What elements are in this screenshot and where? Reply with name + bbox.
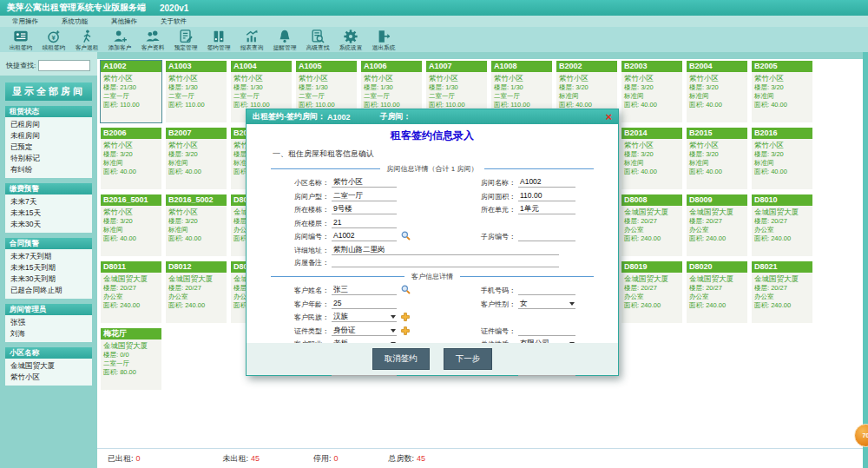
- floor-field[interactable]: 21: [332, 218, 397, 228]
- estate-field[interactable]: 紫竹小区: [332, 177, 397, 188]
- toolbar-button-advanced-search[interactable]: 高级查找: [301, 27, 334, 52]
- dialog-title-bar[interactable]: 出租签约-签约房间： A1002 子房间： ×: [247, 109, 618, 124]
- unit-field[interactable]: 1单元: [518, 204, 575, 214]
- room-card[interactable]: D8009 金城国贸大厦 楼层: 20/27 办公室 面积: 240.00: [687, 194, 747, 256]
- toolbar-button-renew-lease[interactable]: ¥ 续租签约: [37, 27, 70, 52]
- room-card[interactable]: B2003 紫竹小区 楼层: 3/20 标准间 面积: 40.00: [621, 61, 682, 122]
- magnifier-icon[interactable]: [401, 285, 411, 294]
- room-card[interactable]: B2006 紫竹小区 楼层: 3/20 标准间 面积: 40.00: [101, 128, 161, 189]
- room-card[interactable]: D8011 金城国贸大厦 楼层: 20/27 办公室 面积: 240.00: [101, 261, 161, 323]
- sidebar-filter-item[interactable]: 紫竹小区: [5, 372, 92, 383]
- toolbar-button-customer-profile[interactable]: 客户资料: [136, 27, 169, 52]
- show-all-rooms-button[interactable]: 显示全部房间: [5, 82, 92, 101]
- menu-about-software[interactable]: 关于软件: [161, 17, 187, 26]
- toolbar-button-exit-system[interactable]: 退出系统: [367, 27, 400, 52]
- address-field[interactable]: 紫荆山路二里岗: [332, 245, 559, 255]
- room-area: 面积: 40.00: [689, 168, 747, 176]
- room-no-field[interactable]: A1002: [332, 231, 397, 241]
- sidebar-filter-item[interactable]: 未来7天到期: [5, 251, 92, 262]
- toolbar-button-reminder-management[interactable]: 提醒管理: [268, 27, 301, 52]
- section-title: 房间管理员: [5, 304, 92, 315]
- sidebar-filter-item[interactable]: 未来30天到期: [5, 274, 92, 285]
- field-label: 所在楼层：: [281, 219, 329, 228]
- room-card[interactable]: B2016_5001 紫竹小区 楼层: 3/20 标准间 面积: 40.00: [101, 194, 161, 256]
- magnifier-icon[interactable]: [401, 231, 411, 241]
- sidebar-filter-item[interactable]: 未来30天: [5, 219, 92, 230]
- room-type: 二室一厅: [168, 92, 227, 101]
- room-card[interactable]: D8020 金城国贸大厦 楼层: 20/27 办公室 面积: 240.00: [687, 261, 747, 323]
- dropdown-arrow-icon[interactable]: [391, 329, 396, 333]
- id-no-field[interactable]: [518, 326, 575, 336]
- room-card[interactable]: B2014 紫竹小区 楼层: 3/20 标准间 面积: 40.00: [621, 128, 682, 189]
- menu-common-operations[interactable]: 常用操作: [12, 17, 38, 26]
- layout-field[interactable]: 二室一厅: [332, 191, 397, 201]
- sidebar-filter-item[interactable]: 张强: [5, 317, 92, 328]
- field-label: 房间户型：: [281, 192, 329, 201]
- toolbar-button-contract-management[interactable]: 签约管理: [202, 27, 235, 52]
- sidebar-filter-item[interactable]: 已预定: [5, 142, 92, 153]
- sidebar-filter-item[interactable]: 刘海: [5, 328, 92, 339]
- room-card[interactable]: D8008 金城国贸大厦 楼层: 20/27 办公室 面积: 240.00: [621, 194, 682, 256]
- sidebar-filter-item[interactable]: 未租房间: [5, 130, 92, 142]
- toolbar-button-system-settings[interactable]: 系统设置: [334, 27, 367, 52]
- toolbar-button-add-customer[interactable]: 添加客户: [103, 27, 136, 52]
- remark-field[interactable]: [332, 258, 559, 267]
- room-card[interactable]: B2016 紫竹小区 楼层: 3/20 标准间 面积: 40.00: [752, 128, 812, 189]
- room-card[interactable]: D8010 金城国贸大厦 楼层: 20/27 办公室 面积: 240.00: [752, 194, 812, 256]
- title-bar: 美萍公寓出租管理系统专业版服务端 2020v1: [0, 0, 868, 16]
- area-field[interactable]: 110.00: [518, 191, 575, 201]
- next-step-button[interactable]: 下一步: [444, 348, 493, 370]
- id-type-select[interactable]: 身份证: [332, 326, 397, 336]
- room-estate: 紫竹小区: [168, 141, 227, 150]
- room-type: 标准间: [754, 159, 812, 168]
- sidebar-filter-item[interactable]: 未来15天: [5, 208, 92, 219]
- building-field[interactable]: 9号楼: [332, 204, 397, 214]
- age-field[interactable]: 25: [332, 299, 397, 309]
- toolbar-button-reservation-management[interactable]: 预定管理: [169, 27, 202, 52]
- cancel-sign-button[interactable]: 取消签约: [372, 348, 430, 370]
- sidebar-filter-item[interactable]: 已租房间: [5, 119, 92, 130]
- room-floor: 楼层: 1/30: [364, 83, 422, 92]
- room-card[interactable]: D8012 金城国贸大厦 楼层: 20/27 办公室 面积: 240.00: [166, 261, 227, 323]
- room-card[interactable]: B2007 紫竹小区 楼层: 3/20 标准间 面积: 40.00: [166, 128, 227, 189]
- room-floor: 楼层: 20/27: [754, 217, 812, 226]
- room-card[interactable]: D8019 金城国贸大厦 楼层: 20/27 办公室 面积: 240.00: [621, 261, 682, 323]
- toolbar-button-lease-sign[interactable]: 出租签约: [4, 27, 37, 52]
- room-card[interactable]: A1003 紫竹小区 楼层: 1/30 二室一厅 面积: 110.00: [166, 61, 227, 122]
- plus-icon[interactable]: [401, 326, 410, 335]
- room-card[interactable]: B2016_5002 紫竹小区 楼层: 3/20 标准间 面积: 40.00: [166, 194, 227, 256]
- menu-other-operations[interactable]: 其他操作: [111, 17, 137, 26]
- toolbar-button-customer-checkout[interactable]: 客户退租: [70, 27, 103, 52]
- sidebar-filter-item[interactable]: 未来15天到期: [5, 262, 92, 274]
- section-title: 合同预警: [5, 238, 92, 249]
- phone-field[interactable]: [518, 286, 575, 295]
- gender-select[interactable]: 女: [518, 299, 575, 309]
- room-type: 办公室: [103, 293, 161, 301]
- room-card[interactable]: D8021 金城国贸大厦 楼层: 20/27 办公室 面积: 240.00: [752, 261, 812, 323]
- sub-room-no-field[interactable]: [518, 232, 575, 241]
- dropdown-arrow-icon[interactable]: [391, 315, 396, 319]
- sidebar-filter-item[interactable]: 已超合同终止期: [5, 285, 92, 296]
- room-type: 标准间: [624, 159, 682, 168]
- room-card[interactable]: B2004 紫竹小区 楼层: 3/20 标准间 面积: 40.00: [687, 61, 747, 122]
- sidebar-filter-item[interactable]: 金城国贸大厦: [5, 360, 92, 372]
- ethnic-select[interactable]: 汉族: [332, 312, 397, 322]
- room-card[interactable]: B2015 紫竹小区 楼层: 3/20 标准间 面积: 40.00: [687, 128, 747, 189]
- customer-name-field[interactable]: 张三: [332, 285, 397, 295]
- floating-service-badge[interactable]: 70: [854, 424, 868, 447]
- room-card-body: 紫竹小区 楼层: 1/30 二室一厅 面积: 110.00: [361, 72, 422, 109]
- quick-search-input[interactable]: [38, 60, 90, 71]
- sidebar-filter-item[interactable]: 未来7天: [5, 196, 92, 208]
- toolbar-button-report-query[interactable]: 报表查询: [235, 27, 268, 52]
- room-card[interactable]: 梅花厅 金城国贸大厦 楼层: 0/0 二室一厅 面积: 80.00: [101, 328, 161, 390]
- menu-system-functions[interactable]: 系统功能: [62, 17, 88, 26]
- room-card[interactable]: A1002 紫竹小区 楼层: 21/30 二室一厅 面积: 110.00: [101, 61, 161, 122]
- room-area: 面积: 240.00: [754, 301, 812, 310]
- sidebar-filter-item[interactable]: 有纠纷: [5, 164, 92, 175]
- dropdown-arrow-icon[interactable]: [569, 302, 575, 306]
- sidebar-filter-item[interactable]: 特别标记: [5, 153, 92, 164]
- room-card[interactable]: B2005 紫竹小区 楼层: 3/20 标准间 面积: 40.00: [752, 61, 812, 122]
- close-icon[interactable]: ×: [605, 111, 612, 122]
- room-name-field[interactable]: A1002: [518, 177, 575, 188]
- plus-icon[interactable]: [401, 313, 410, 321]
